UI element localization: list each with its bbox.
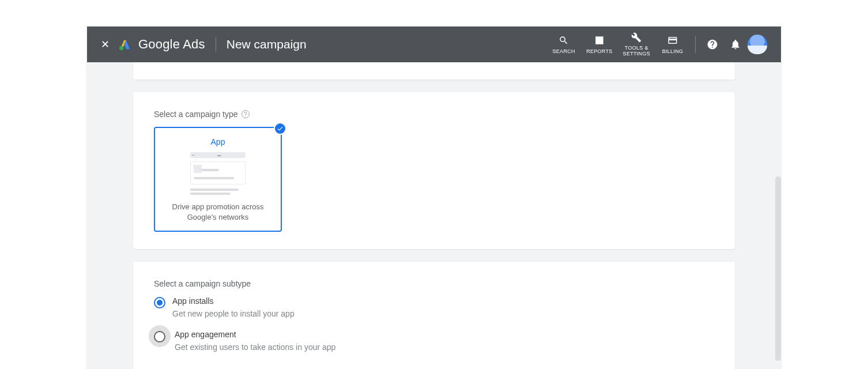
top-buttons: SEARCH REPORTS TOOLS & SETTINGS BILLING (552, 32, 742, 57)
notifications-button[interactable] (729, 38, 742, 51)
content: Select a campaign type ? App ▪▪▬ (87, 62, 781, 369)
brand-label: Google Ads (138, 37, 205, 52)
tile-title: App (163, 137, 273, 146)
option-description: Get existing users to take actions in yo… (175, 342, 335, 352)
billing-button[interactable]: BILLING (661, 35, 685, 54)
option-title: App installs (172, 296, 295, 306)
search-icon (558, 35, 569, 46)
help-icon[interactable]: ? (241, 110, 250, 118)
prev-section-card (133, 62, 735, 80)
radio-hover-ripple[interactable] (149, 325, 171, 347)
section-label: Select a campaign subtype (154, 279, 714, 288)
campaign-type-card: Select a campaign type ? App ▪▪▬ (133, 92, 735, 249)
help-button[interactable] (706, 38, 719, 51)
google-ads-logo (119, 38, 131, 51)
reports-button[interactable]: REPORTS (586, 35, 612, 54)
app-campaign-tile[interactable]: App ▪▪▬ Drive app promotion across Googl… (154, 127, 282, 232)
campaign-subtype-card: Select a campaign subtype App installs G… (133, 262, 735, 369)
tile-illustration: ▪▪▬ (190, 152, 246, 195)
svg-point-2 (119, 46, 123, 50)
close-icon[interactable]: ✕ (95, 35, 115, 54)
subtype-option-app-installs[interactable]: App installs Get new people to install y… (154, 296, 714, 318)
tile-description: Drive app promotion across Google's netw… (163, 202, 273, 223)
avatar[interactable] (748, 35, 767, 54)
tools-button[interactable]: TOOLS & SETTINGS (623, 32, 650, 57)
divider (216, 37, 216, 52)
option-description: Get new people to install your app (172, 309, 295, 318)
top-bar: ✕ Google Ads New campaign SEARCH REPORTS (87, 27, 781, 62)
section-label: Select a campaign type ? (154, 110, 714, 119)
subtype-option-app-engagement[interactable]: App engagement Get existing users to tak… (154, 330, 714, 352)
wrench-icon (631, 32, 641, 43)
search-button[interactable]: SEARCH (552, 35, 576, 54)
page-title: New campaign (227, 37, 307, 51)
option-title: App engagement (175, 330, 335, 339)
check-icon (274, 122, 286, 135)
billing-icon (667, 35, 678, 46)
radio-selected-icon[interactable] (154, 297, 165, 308)
scrollbar[interactable] (775, 176, 781, 361)
divider (695, 36, 696, 53)
radio-unselected-icon[interactable] (154, 331, 165, 342)
reports-icon (594, 35, 605, 46)
